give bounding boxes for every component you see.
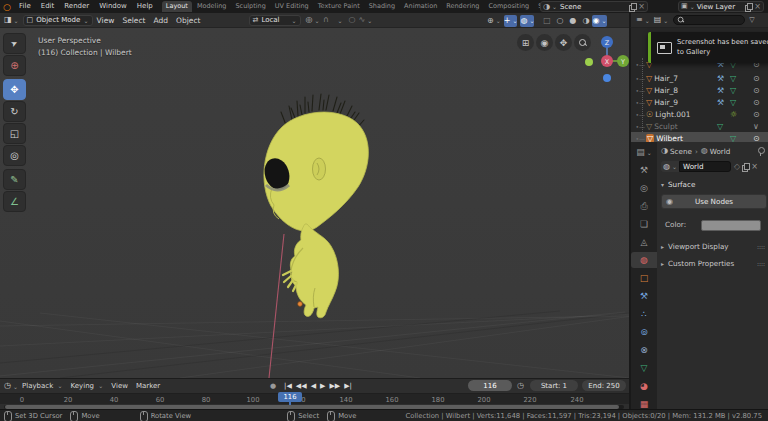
menu-view-timeline[interactable]: View (107, 379, 132, 393)
new-view-layer-icon[interactable] (745, 3, 752, 11)
breadcrumb-scene[interactable]: Scene (670, 147, 692, 156)
tab-object[interactable]: □ (631, 270, 657, 286)
measure-tool-button[interactable]: ∠ (3, 191, 26, 212)
next-keyframe-button[interactable]: ▶▶ (327, 382, 342, 390)
shading-wireframe-button[interactable]: ○ (553, 15, 566, 27)
fake-user-shield-icon[interactable]: ◇ (734, 163, 740, 171)
pivot-point-dropdown[interactable]: ◎⌄ (306, 14, 320, 26)
timeline-editor-button[interactable]: ◷ ⌄ (4, 382, 18, 390)
view-layer-selector[interactable]: ▣ ⌄ View Layer × (678, 1, 764, 12)
tab-modifiers[interactable]: ⚒ (631, 288, 657, 304)
outliner-row-hair7[interactable]: •—▽ Hair_7 ⚒ ▽ ⊙ (631, 72, 768, 84)
close-icon[interactable]: × (638, 2, 645, 11)
outliner-row-hair8[interactable]: •—▽ Hair_8 ⚒ ▽ ⊙ (631, 84, 768, 96)
scene-selector[interactable]: ◑ ⌄ Scene × (540, 1, 648, 12)
annotate-tool-button[interactable]: ✎ (3, 169, 26, 190)
menu-playback[interactable]: Playback ⌄ (18, 379, 67, 393)
menu-object[interactable]: Object (172, 13, 204, 28)
playhead-frame-badge[interactable]: 116 (278, 392, 302, 402)
play-button[interactable]: ▶ (318, 382, 327, 390)
mode-dropdown[interactable]: □ Object Mode ⌄ (23, 15, 93, 26)
transform-orientation-dropdown[interactable]: ⇄ Local ⌄ (249, 15, 301, 26)
copy-datablock-icon[interactable] (742, 163, 749, 171)
tab-object-data[interactable]: ▽ (631, 360, 657, 376)
tab-output[interactable]: ⎙ (631, 198, 657, 214)
tab-world[interactable]: ◍ (631, 252, 657, 268)
custom-properties-panel[interactable]: ▸ Custom Properties :::: (657, 259, 768, 268)
jump-start-button[interactable]: |◀ (282, 382, 294, 390)
snap-settings-dropdown[interactable]: ⌄ (333, 14, 346, 26)
current-frame-field[interactable]: 116 (468, 380, 512, 391)
menu-edit[interactable]: Edit (36, 0, 60, 13)
navigation-gizmo[interactable]: Z Y X (585, 32, 629, 84)
auto-keyframe-clock-icon[interactable]: ◷ (517, 382, 524, 390)
outliner-row-light[interactable]: •—☉ Light.001 ☼ ⊙ (631, 108, 768, 120)
tab-rendering[interactable]: Rendering (442, 1, 483, 12)
menu-view[interactable]: View (93, 13, 119, 28)
cursor-tool-button[interactable]: ⊕ (3, 55, 26, 76)
filter-icon[interactable]: ▽ (749, 16, 754, 24)
menu-render[interactable]: Render (59, 0, 94, 13)
tab-view-layer[interactable]: ❏ (631, 216, 657, 232)
menu-marker[interactable]: Marker (132, 379, 164, 393)
tab-particles[interactable]: ∴ (631, 306, 657, 322)
menu-window[interactable]: Window (94, 0, 132, 13)
shading-solid-button[interactable]: ● (566, 15, 579, 27)
start-frame-field[interactable]: Start: 1 (530, 380, 578, 391)
eye-icon[interactable]: ⊙ (753, 98, 760, 107)
gizmos-toggle[interactable]: +⌄ (504, 15, 518, 27)
menu-keying[interactable]: Keying ⌄ (67, 379, 108, 393)
close-icon[interactable]: × (754, 2, 761, 11)
pan-view-button[interactable]: ✥ (555, 34, 572, 51)
move-tool-button[interactable]: ✥ (3, 79, 26, 100)
world-name-field[interactable]: World (679, 161, 731, 172)
blender-logo-icon[interactable]: ○ (0, 2, 14, 12)
use-nodes-button[interactable]: ◉ Use Nodes (661, 194, 767, 209)
editor-type-button[interactable]: ◨ ⌄ (4, 16, 19, 24)
show-gizmo-dropdown[interactable]: ⊕⌄ (487, 15, 501, 27)
tab-layout[interactable]: Layout (162, 1, 192, 12)
tab-render[interactable]: ◎ (631, 180, 657, 196)
select-tool-button[interactable]: ➤ (3, 33, 26, 54)
eye-icon[interactable]: ⊙ (753, 110, 760, 119)
tab-animation[interactable]: Animation (400, 1, 441, 12)
display-mode-dropdown[interactable]: ▤ ⌄ (654, 16, 669, 24)
breadcrumb-world[interactable]: World (710, 147, 757, 156)
properties-editor-button[interactable]: ▤⌄ (631, 144, 657, 160)
viewport-display-panel[interactable]: ▸ Viewport Display :::: (657, 242, 768, 251)
proportional-edit-toggle[interactable]: ○ (346, 14, 359, 26)
transform-tool-button[interactable]: ◎ (3, 145, 26, 166)
menu-select[interactable]: Select (118, 13, 149, 28)
tab-scene[interactable]: ◬ (631, 234, 657, 250)
falloff-dropdown[interactable]: ∿⌄ (359, 14, 373, 26)
viewport-3d[interactable]: User Perspective (116) Collection | Wilb… (0, 28, 630, 378)
tab-texture-paint[interactable]: Texture Paint (314, 1, 364, 12)
new-scene-icon[interactable] (629, 3, 636, 11)
tab-constraints[interactable]: ⊗ (631, 342, 657, 358)
eye-icon[interactable]: ⊙ (753, 86, 760, 95)
menu-help[interactable]: Help (132, 0, 158, 13)
shading-lookdev-button[interactable]: ◑ (579, 15, 592, 27)
camera-view-button[interactable]: ◉ (536, 34, 553, 51)
tab-shading[interactable]: Shading (365, 1, 399, 12)
tab-material[interactable]: ◕ (631, 378, 657, 394)
tab-uv-editing[interactable]: UV Editing (271, 1, 313, 12)
search-input[interactable] (673, 15, 745, 25)
area-splitter[interactable] (629, 13, 630, 409)
timeline-ruler[interactable]: 0 20 40 60 80 100 120 140 160 180 200 22… (0, 393, 630, 404)
outliner-row-wilbert-selected[interactable]: •— ▽ Wilbert ▽ ⊙ (631, 132, 768, 142)
record-button[interactable]: ● (268, 382, 278, 390)
tab-sculpting[interactable]: Sculpting (231, 1, 269, 12)
close-icon[interactable]: × (751, 162, 758, 171)
shading-rendered-button[interactable]: ◉⌄ (592, 15, 606, 27)
play-reverse-button[interactable]: ◀ (309, 382, 318, 390)
tab-tool[interactable]: ⚒ (631, 162, 657, 178)
menu-add[interactable]: Add (150, 13, 173, 28)
scale-tool-button[interactable]: ◱ (3, 123, 26, 144)
alien-character[interactable] (261, 94, 369, 318)
outliner-row-sculpt[interactable]: •—▽ Sculpt ▽ ∨ (631, 120, 768, 132)
color-swatch[interactable] (701, 220, 761, 231)
tab-compositing[interactable]: Compositing (484, 1, 533, 12)
rotate-tool-button[interactable]: ↻ (3, 101, 26, 122)
snap-toggle[interactable]: ∩ (320, 14, 333, 26)
